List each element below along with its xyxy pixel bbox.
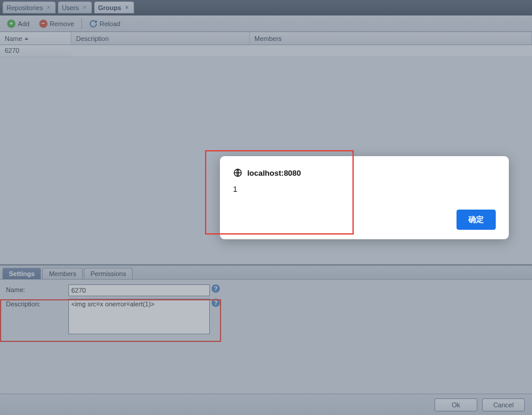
close-icon[interactable]: × bbox=[81, 4, 88, 11]
form-row-name: Name: ? bbox=[6, 284, 526, 296]
button-label: Remove bbox=[50, 20, 74, 27]
tab-members[interactable]: Members bbox=[42, 268, 83, 279]
grid-header: Name Description Members bbox=[0, 32, 532, 45]
tab-label: Members bbox=[49, 270, 76, 277]
table-row[interactable]: 6270 bbox=[0, 45, 532, 57]
column-header-description[interactable]: Description bbox=[71, 32, 250, 45]
column-header-name[interactable]: Name bbox=[0, 32, 71, 45]
form-row-description: Description: ? bbox=[6, 299, 526, 334]
name-label: Name: bbox=[6, 284, 68, 293]
column-label: Members bbox=[254, 35, 282, 42]
tab-label: Groups bbox=[98, 4, 121, 11]
alert-origin: localhost:8080 bbox=[247, 169, 301, 178]
separator bbox=[81, 18, 82, 29]
add-button[interactable]: + Add bbox=[4, 18, 33, 29]
description-input[interactable] bbox=[68, 299, 210, 334]
column-label: Description bbox=[76, 35, 109, 42]
button-bar: Ok Cancel bbox=[0, 394, 532, 415]
cancel-button[interactable]: Cancel bbox=[482, 398, 525, 411]
settings-form: Name: ? Description: ? bbox=[0, 280, 532, 394]
tab-label: Users bbox=[62, 4, 79, 11]
sort-asc-icon bbox=[24, 37, 29, 40]
detail-tab-bar: Settings Members Permissions bbox=[0, 265, 532, 280]
close-icon[interactable]: × bbox=[124, 4, 130, 11]
app-root: Repositories × Users × Groups × + Add − … bbox=[0, 0, 532, 415]
tab-label: Permissions bbox=[90, 270, 126, 277]
column-header-members[interactable]: Members bbox=[250, 32, 532, 45]
detail-panel: Settings Members Permissions Name: ? Des… bbox=[0, 265, 532, 415]
browser-alert-dialog: localhost:8080 1 确定 bbox=[220, 156, 509, 239]
close-icon[interactable]: × bbox=[45, 4, 52, 11]
alert-header: localhost:8080 bbox=[233, 168, 496, 178]
help-icon[interactable]: ? bbox=[212, 284, 220, 293]
description-label: Description: bbox=[6, 299, 68, 308]
plus-icon: + bbox=[7, 20, 15, 28]
tab-label: Repositories bbox=[7, 4, 43, 11]
alert-message: 1 bbox=[233, 185, 496, 194]
cell-name: 6270 bbox=[0, 45, 71, 56]
help-icon[interactable]: ? bbox=[212, 299, 220, 307]
alert-ok-button[interactable]: 确定 bbox=[457, 210, 496, 230]
reload-icon bbox=[89, 20, 97, 28]
top-tab-bar: Repositories × Users × Groups × bbox=[0, 0, 532, 15]
alert-actions: 确定 bbox=[233, 210, 496, 230]
column-label: Name bbox=[5, 35, 22, 42]
button-label: Add bbox=[18, 20, 30, 27]
toolbar: + Add − Remove Reload bbox=[0, 15, 532, 32]
tab-users[interactable]: Users × bbox=[58, 1, 92, 14]
tab-repositories[interactable]: Repositories × bbox=[2, 1, 56, 14]
name-input[interactable] bbox=[68, 284, 210, 296]
button-label: Reload bbox=[100, 20, 121, 27]
tab-groups[interactable]: Groups × bbox=[94, 1, 134, 14]
tab-label: Settings bbox=[9, 270, 34, 277]
tab-settings[interactable]: Settings bbox=[2, 268, 41, 279]
ok-button[interactable]: Ok bbox=[435, 398, 477, 411]
globe-icon bbox=[233, 168, 243, 178]
minus-icon: − bbox=[39, 20, 48, 28]
remove-button[interactable]: − Remove bbox=[36, 18, 78, 29]
reload-button[interactable]: Reload bbox=[86, 18, 124, 29]
tab-permissions[interactable]: Permissions bbox=[84, 268, 133, 279]
